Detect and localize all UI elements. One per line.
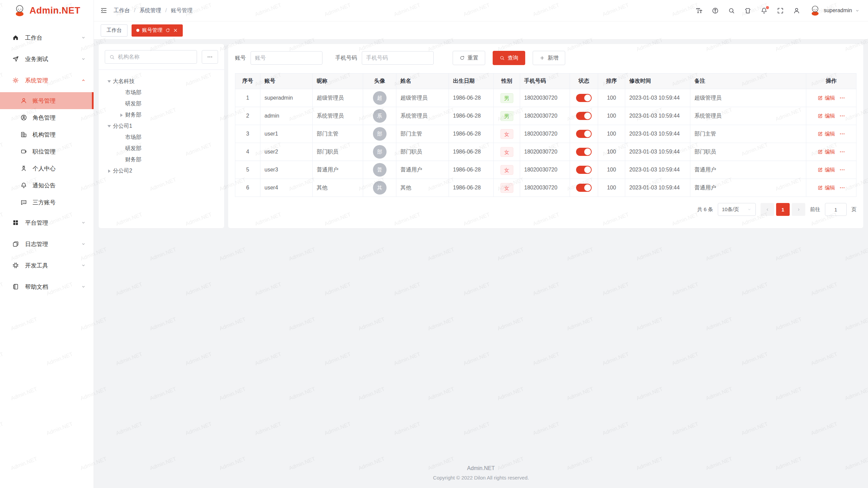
edit-button[interactable]: 编辑 [817,149,835,155]
username: superadmin [824,7,852,14]
font-size-icon[interactable] [695,7,703,14]
tree-node[interactable]: 市场部 [101,87,221,98]
ellipsis-icon [839,131,845,137]
add-button[interactable]: 新增 [533,51,565,65]
chevron-left-icon [765,207,770,212]
sidebar-item-system-management[interactable]: 系统管理 [0,71,94,90]
main-area: 工作台 / 系统管理 / 账号管理 superadmin [94,0,868,488]
edit-button[interactable]: 编辑 [817,113,835,119]
avatar: 部 [373,145,387,159]
gender-tag: 女 [500,183,513,193]
goto-page-input[interactable] [825,203,847,216]
page-size-select[interactable]: 10条/页 [718,203,756,216]
theme-shirt-icon[interactable] [744,7,751,14]
org-search-input[interactable] [118,54,193,60]
org-tree-toolbar [99,50,224,69]
more-actions-button[interactable] [839,131,845,137]
search-icon[interactable] [728,7,735,14]
avatar: 超 [373,91,387,105]
app-logo[interactable]: Admin.NET [0,0,94,21]
active-tab-dot [136,29,139,32]
footer-title: Admin.NET [94,465,868,471]
more-actions-button[interactable] [839,113,845,119]
prev-page-button[interactable] [761,203,774,216]
more-actions-button[interactable] [839,95,845,101]
tab-workbench[interactable]: 工作台 [101,24,127,37]
fullscreen-icon[interactable] [777,7,784,14]
account-filter-label: 账号 [235,55,246,62]
reset-button[interactable]: 重置 [453,51,485,65]
page-unit-label: 页 [851,206,856,213]
person-icon[interactable] [793,7,800,14]
status-toggle[interactable] [576,148,592,156]
phone-filter-input[interactable] [362,51,434,65]
chevron-down-icon [747,207,752,212]
tree-node[interactable]: 分公司1 [101,121,221,132]
sidebar-item-dev-tools[interactable]: 开发工具 [0,256,94,275]
badge-icon [20,148,27,155]
edit-button[interactable]: 编辑 [817,167,835,173]
sidebar-item-business-test[interactable]: 业务测试 [0,49,94,68]
status-toggle[interactable] [576,130,592,138]
sidebar-item-workbench[interactable]: 工作台 [0,28,94,47]
org-more-button[interactable] [202,50,218,64]
sidebar-subitem-role-management[interactable]: 角色管理 [0,109,94,126]
sidebar-subitem-account-management[interactable]: 账号管理 [0,92,94,109]
breadcrumb-item[interactable]: 工作台 [114,7,130,14]
more-actions-button[interactable] [839,167,845,173]
notification-bell-icon[interactable] [761,7,768,14]
refresh-icon[interactable] [165,28,170,33]
chevron-down-icon [81,263,86,268]
edit-button[interactable]: 编辑 [817,95,835,101]
tree-node[interactable]: 分公司2 [101,165,221,177]
status-toggle[interactable] [576,184,592,192]
tree-node[interactable]: 市场部 [101,132,221,143]
tree-node[interactable]: 财务部 [101,154,221,165]
edit-button[interactable]: 编辑 [817,185,835,191]
building-icon [20,131,27,138]
tree-node[interactable]: 研发部 [101,98,221,109]
current-page-button[interactable]: 1 [776,203,790,216]
accounts-table: 序号 账号 昵称 头像 姓名 出生日期 性别 手机号码 状态 排序 修改时间 备… [235,73,856,197]
sidebar-item-platform-management[interactable]: 平台管理 [0,213,94,232]
caret-right-icon [105,169,113,173]
breadcrumb-item[interactable]: 系统管理 [139,7,161,14]
sidebar-subitem-notice[interactable]: 通知公告 [0,177,94,194]
next-page-button[interactable] [792,203,805,216]
sidebar-item-help-docs[interactable]: 帮助文档 [0,277,94,296]
ellipsis-icon [839,185,845,191]
account-table-panel: 账号 手机号码 重置 查询 新增 [228,44,863,228]
status-toggle[interactable] [576,166,592,174]
sidebar-subitem-personal-center[interactable]: 个人中心 [0,160,94,177]
tabs-bar: 工作台 账号管理 [94,21,868,40]
page-content: 大名科技 市场部 研发部 财务部 分公司1 市场部 研发部 财务部 分公司2 账… [94,40,868,461]
app-root: Admin.NET 工作台 业务测试 系统管理 账号管理 [0,0,868,488]
filter-bar: 账号 手机号码 重置 查询 新增 [235,51,856,65]
more-actions-button[interactable] [839,185,845,191]
tree-node[interactable]: 财务部 [101,109,221,121]
avatar: 普 [373,163,387,177]
close-icon[interactable] [173,28,178,33]
sidebar-subitem-third-party-account[interactable]: 三方账号 [0,194,94,211]
gender-tag: 女 [500,129,513,139]
collapse-sidebar-icon[interactable] [100,7,107,14]
sidebar-item-log-management[interactable]: 日志管理 [0,235,94,253]
query-button[interactable]: 查询 [493,51,525,65]
tab-account-management[interactable]: 账号管理 [132,24,183,37]
user-icon [20,97,27,104]
edit-icon [817,185,823,190]
edit-icon [817,131,823,137]
status-toggle[interactable] [576,94,592,102]
sidebar-menu: 工作台 业务测试 系统管理 账号管理 角色管理 [0,21,94,296]
sidebar-subitem-position-management[interactable]: 职位管理 [0,143,94,160]
account-filter-input[interactable] [251,51,322,65]
tree-node[interactable]: 大名科技 [101,76,221,87]
tree-node[interactable]: 研发部 [101,143,221,154]
user-menu[interactable]: superadmin [809,5,860,16]
status-toggle[interactable] [576,112,592,120]
more-actions-button[interactable] [839,149,845,155]
sidebar-subitem-org-management[interactable]: 机构管理 [0,126,94,143]
edit-button[interactable]: 编辑 [817,131,835,137]
avatar: 系 [373,109,387,123]
language-icon[interactable] [712,7,719,14]
